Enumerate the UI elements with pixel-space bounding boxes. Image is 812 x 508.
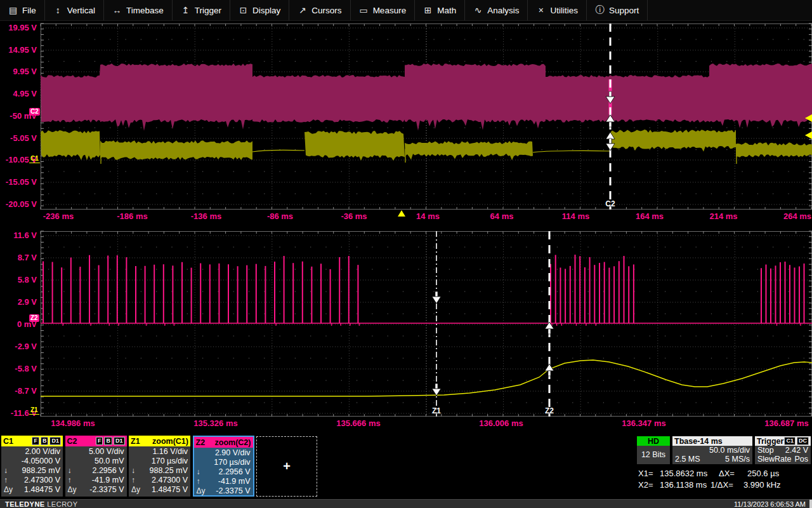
- trigger-box[interactable]: Trigger C1DC Stop 2.42 V SlewRate Pos: [755, 436, 811, 464]
- descriptor-header: Z1zoom(C1): [129, 436, 190, 446]
- zoom-y-axis-label: 8.7 V: [0, 253, 37, 262]
- descriptor-row-value: 5.00 V/div: [89, 447, 124, 456]
- c1-trace[interactable]: [736, 142, 812, 157]
- c1-trace[interactable]: [405, 141, 533, 160]
- descriptor-header: Z2zoom(C2): [194, 437, 253, 448]
- descriptor-row: 170 µs/div: [194, 457, 253, 467]
- descriptor-row-value: 170 µs/div: [152, 457, 188, 465]
- timebase-box[interactable]: Tbase -14 ms 50.0 ms/div 2.5 MS 5 MS/s: [672, 436, 752, 464]
- descriptor-header: C1FBD1: [1, 436, 63, 446]
- brand-logo: TELEDYNE LECROY: [5, 500, 78, 508]
- top-y-axis-label: -20.05 V: [0, 199, 37, 209]
- zoom-y-axis-label: -2.9 V: [0, 342, 37, 351]
- c1-trace[interactable]: [41, 130, 100, 160]
- descriptor-badges: FBD1: [96, 437, 125, 445]
- top-y-axis-label: -15.05 V: [0, 177, 37, 187]
- top-x-axis-label: 214 ms: [709, 211, 737, 221]
- descriptor-title: Z1: [131, 437, 140, 446]
- trigger-slope: Pos: [794, 455, 808, 464]
- c2-offset-marker[interactable]: C2: [29, 108, 40, 116]
- descriptor-subtitle: zoom(C2): [215, 438, 251, 447]
- top-x-axis-label: 14 ms: [416, 211, 440, 221]
- timebase-title: Tbase: [674, 437, 697, 446]
- x1-label: X1=: [638, 469, 653, 478]
- trigger-type: SlewRate: [757, 455, 792, 464]
- descriptor-row-value: 2.90 V/div: [215, 448, 251, 457]
- oscilloscope-app: ▤File↕Vertical↔Timebase↥Trigger⊡Display↗…: [0, 0, 812, 508]
- cursor-readout-row2: X2= 136.1138 ms 1/ΔX= 3.990 kHz: [0, 480, 812, 490]
- trigger-level: 2.42 V: [785, 446, 808, 455]
- c1-trace[interactable]: [610, 130, 736, 152]
- zoom-x-axis-label: 136.687 ms: [764, 418, 808, 428]
- descriptor-title: Z2: [196, 438, 206, 447]
- zoom-cursor1-label: Z1: [432, 406, 441, 415]
- zoom-x-axis-label: 136.347 ms: [622, 418, 665, 428]
- c1-trace[interactable]: [100, 140, 252, 160]
- dx-label: ΔX=: [719, 469, 735, 478]
- trigger-time-marker[interactable]: [398, 210, 405, 217]
- zoom-cursor2-label: Z2: [545, 406, 554, 415]
- top-cursor-label: C2: [605, 199, 615, 208]
- hd-mode-title: HD: [637, 436, 670, 446]
- top-x-axis-label: 264 ms: [783, 211, 811, 221]
- descriptor-badge-b: B: [104, 437, 112, 445]
- x2-value: 136.1138 ms: [660, 480, 707, 490]
- hd-bits: 12 Bits: [637, 446, 670, 463]
- top-x-axis-label: -236 ms: [43, 211, 74, 221]
- hd-mode-box[interactable]: HD 12 Bits: [637, 436, 670, 464]
- descriptor-badge-f: F: [96, 437, 103, 445]
- top-x-axis-label: -136 ms: [191, 211, 221, 221]
- status-bar: TELEDYNE LECROY 11/13/2023 6:06:53 AM: [0, 499, 812, 508]
- descriptor-row-value: 170 µs/div: [214, 458, 250, 467]
- timebase-samples: 2.5 MS: [675, 455, 700, 464]
- descriptor-row: 2.00 V/div: [1, 446, 63, 456]
- c1-trace[interactable]: [304, 131, 405, 161]
- descriptor-badges: FBD1: [32, 437, 61, 445]
- trigger-level-arrow[interactable]: [805, 131, 812, 139]
- datetime: 11/13/2023 6:06:53 AM: [734, 500, 806, 508]
- c1-offset-marker[interactable]: C1: [29, 155, 40, 163]
- descriptor-row: 170 µs/div: [129, 456, 190, 465]
- descriptor-subtitle: zoom(C1): [152, 437, 188, 446]
- descriptor-row-value: -4.05000 V: [22, 457, 60, 465]
- timebase-scale: 50.0 ms/div: [709, 446, 750, 455]
- top-y-axis-label: 14.95 V: [0, 45, 37, 55]
- trigger-mode: Stop: [757, 446, 774, 455]
- descriptor-badge-b: B: [41, 437, 49, 445]
- zoom-y-axis-label: -8.7 V: [0, 386, 37, 396]
- zoom-x-axis-label: 136.006 ms: [479, 418, 523, 428]
- z1-offset-marker[interactable]: Z1: [29, 406, 39, 415]
- trigger-title: Trigger: [757, 437, 783, 446]
- timebase-rate: 5 MS/s: [725, 455, 750, 464]
- descriptor-row: 2.90 V/div: [194, 448, 253, 457]
- x2-label: X2=: [638, 480, 653, 490]
- z1-trace[interactable]: [41, 360, 812, 396]
- zoom-x-axis-label: 135.326 ms: [193, 418, 237, 428]
- zoom-y-axis-label: 5.8 V: [0, 275, 37, 284]
- c2-trace[interactable]: [41, 64, 812, 131]
- top-x-axis-label: -36 ms: [341, 211, 367, 221]
- zoom-y-axis-label: 2.9 V: [0, 297, 37, 307]
- z2-offset-marker[interactable]: Z2: [29, 314, 39, 322]
- zoom-x-axis-label: 134.986 ms: [51, 418, 95, 428]
- trigger-badge-dc: DC: [797, 437, 809, 445]
- top-x-axis-label: 164 ms: [636, 211, 664, 221]
- top-y-axis-label: 9.95 V: [0, 67, 37, 76]
- descriptor-row-value: 50.0 mV: [95, 457, 124, 465]
- x1-value: 135.8632 ms: [660, 469, 707, 478]
- zoom-x-axis-label: 135.666 ms: [336, 418, 380, 428]
- descriptor-title: C2: [67, 437, 77, 446]
- top-y-axis-label: 4.95 V: [0, 89, 37, 98]
- invdx-label: 1/ΔX=: [710, 480, 733, 490]
- top-x-axis-label: 64 ms: [490, 211, 514, 221]
- waveform-display: [0, 0, 812, 499]
- top-x-axis-label: 114 ms: [562, 211, 589, 221]
- top-y-axis-label: 19.95 V: [0, 23, 37, 32]
- descriptor-row-value: 2.00 V/div: [25, 447, 60, 456]
- dx-value: 250.6 µs: [747, 469, 779, 478]
- descriptor-row: 1.16 V/div: [129, 446, 190, 456]
- descriptor-row-value: 1.16 V/div: [152, 447, 188, 456]
- descriptor-badge-f: F: [32, 437, 39, 445]
- statusbar-endcap: [809, 500, 812, 508]
- top-x-axis-label: -186 ms: [117, 211, 147, 221]
